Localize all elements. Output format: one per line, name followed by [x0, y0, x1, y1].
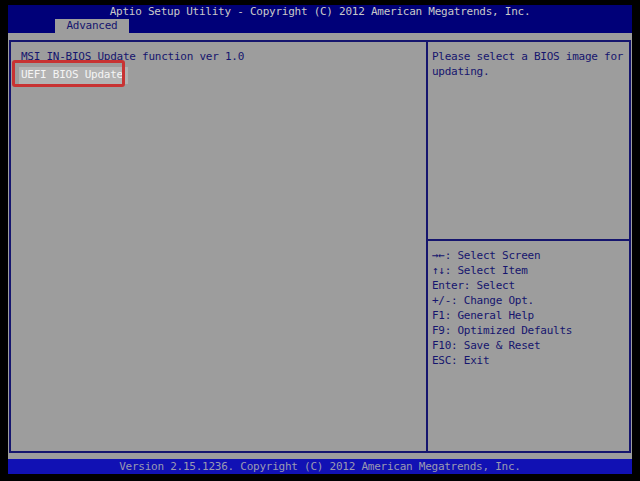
module-heading: MSI IN-BIOS Update function ver 1.0	[21, 49, 422, 65]
help-description-line-2: updating.	[432, 64, 628, 79]
key-help-exit: ESC: Exit	[432, 353, 629, 368]
titlebar: Aptio Setup Utility - Copyright (C) 2012…	[8, 5, 632, 33]
key-help-save-reset: F10: Save & Reset	[432, 338, 629, 353]
help-description-line-1: Please select a BIOS image for	[432, 49, 628, 64]
key-help-change-opt: +/-: Change Opt.	[432, 293, 629, 308]
key-help-select-screen: →←: Select Screen	[432, 248, 629, 263]
item-help-description: Please select a BIOS image for updating.	[428, 42, 629, 239]
key-help-select-item: ↑↓: Select Item	[432, 263, 629, 278]
bios-frame: Aptio Setup Utility - Copyright (C) 2012…	[8, 5, 632, 474]
key-help-legend: →←: Select Screen ↑↓: Select Item Enter:…	[428, 241, 629, 451]
key-help-enter: Enter: Select	[432, 278, 629, 293]
app-title: Aptio Setup Utility - Copyright (C) 2012…	[8, 5, 632, 19]
key-help-general-help: F1: General Help	[432, 308, 629, 323]
help-pane: Please select a BIOS image for updating.…	[428, 42, 629, 451]
key-help-optimized-defaults: F9: Optimized Defaults	[432, 323, 629, 338]
bios-screenshot: { "titlebar": { "title": "Aptio Setup Ut…	[0, 0, 640, 481]
menu-item-uefi-bios-update[interactable]: UEFI BIOS Update	[19, 67, 422, 84]
footer-version-bar: Version 2.15.1236. Copyright (C) 2012 Am…	[8, 459, 632, 474]
selected-item-label[interactable]: UEFI BIOS Update	[19, 67, 128, 84]
main-panels: MSI IN-BIOS Update function ver 1.0 UEFI…	[9, 40, 631, 453]
settings-pane: MSI IN-BIOS Update function ver 1.0 UEFI…	[11, 42, 426, 451]
footer-version-text: Version 2.15.1236. Copyright (C) 2012 Am…	[119, 460, 520, 473]
tab-advanced[interactable]: Advanced	[55, 19, 129, 33]
